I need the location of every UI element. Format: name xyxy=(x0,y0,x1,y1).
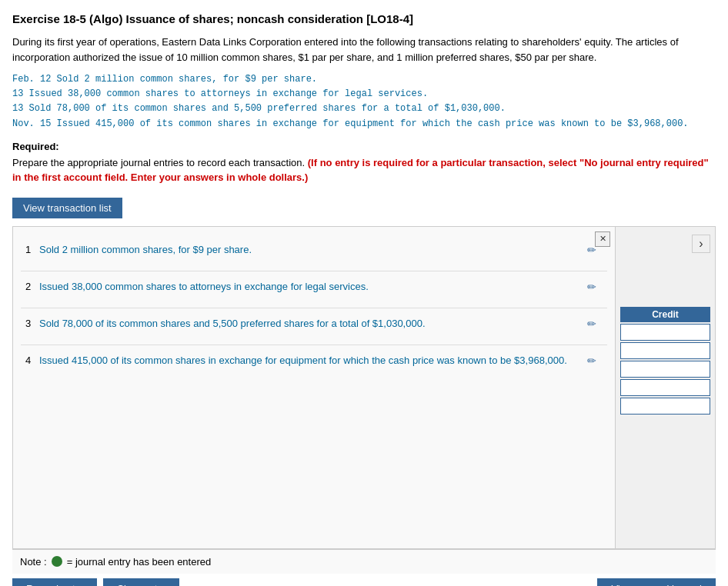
edit-icon-2[interactable]: ✏ xyxy=(587,279,603,293)
note-section: Note : = journal entry has been entered xyxy=(12,549,716,574)
view-transaction-button[interactable]: View transaction list xyxy=(12,198,122,218)
intro-paragraph: During its first year of operations, Eas… xyxy=(12,35,716,65)
trans-num-2: 2 xyxy=(25,279,39,292)
note-text: = journal entry has been entered xyxy=(67,556,212,568)
transaction-row-4: 4 Issued 415,000 of its common shares in… xyxy=(21,345,607,382)
bottom-bar: Record entry Clear entry View general jo… xyxy=(12,578,716,586)
trans-text-2: Issued 38,000 common shares to attorneys… xyxy=(39,279,587,295)
trans-num-1: 1 xyxy=(25,242,39,255)
credit-input-2[interactable] xyxy=(620,342,710,359)
clear-entry-button[interactable]: Clear entry xyxy=(103,578,180,586)
left-panel: ✕ 1 Sold 2 million common shares, for $9… xyxy=(13,227,615,548)
trans-code-line-3: 13 Sold 78,000 of its common shares and … xyxy=(12,102,716,116)
record-entry-button[interactable]: Record entry xyxy=(12,578,97,586)
credit-input-3[interactable] xyxy=(620,361,710,378)
transaction-row-1: 1 Sold 2 million common shares, for $9 p… xyxy=(21,235,607,271)
trans-text-1: Sold 2 million common shares, for $9 per… xyxy=(39,242,587,258)
right-panel: › Credit xyxy=(615,227,715,548)
green-dot-icon xyxy=(52,556,62,567)
credit-header: Credit xyxy=(620,307,710,322)
credit-input-4[interactable] xyxy=(620,379,710,396)
credit-section: Credit xyxy=(620,307,710,416)
trans-text-4: Issued 415,000 of its common shares in e… xyxy=(39,353,587,368)
trans-code-line-1: Feb. 12 Sold 2 million common shares, fo… xyxy=(12,72,716,87)
credit-input-1[interactable] xyxy=(620,324,710,341)
transaction-row-3: 3 Sold 78,000 of its common shares and 5… xyxy=(21,308,607,345)
page-title: Exercise 18-5 (Algo) Issuance of shares;… xyxy=(12,12,716,25)
required-label: Required: xyxy=(12,141,716,152)
required-instruction: Prepare the appropriate journal entries … xyxy=(12,155,716,185)
required-instruction-text: Prepare the appropriate journal entries … xyxy=(12,157,305,168)
trans-code-line-2: 13 Issued 38,000 common shares to attorn… xyxy=(12,87,716,102)
trans-code-line-4: Nov. 15 Issued 415,000 of its common sha… xyxy=(12,117,716,132)
transactions-code-block: Feb. 12 Sold 2 million common shares, fo… xyxy=(12,72,716,132)
transaction-row-2: 2 Issued 38,000 common shares to attorne… xyxy=(21,271,607,308)
main-panel: ✕ 1 Sold 2 million common shares, for $9… xyxy=(12,226,716,549)
trans-text-3: Sold 78,000 of its common shares and 5,5… xyxy=(39,316,587,331)
credit-input-5[interactable] xyxy=(620,398,710,415)
edit-icon-3[interactable]: ✏ xyxy=(587,316,603,330)
trans-num-4: 4 xyxy=(25,353,39,366)
edit-icon-4[interactable]: ✏ xyxy=(587,353,603,367)
close-button[interactable]: ✕ xyxy=(595,231,610,247)
trans-num-3: 3 xyxy=(25,316,39,329)
arrow-right-button[interactable]: › xyxy=(692,235,710,253)
view-general-journal-button[interactable]: View general journal xyxy=(597,578,716,586)
note-label: Note : xyxy=(20,556,47,568)
